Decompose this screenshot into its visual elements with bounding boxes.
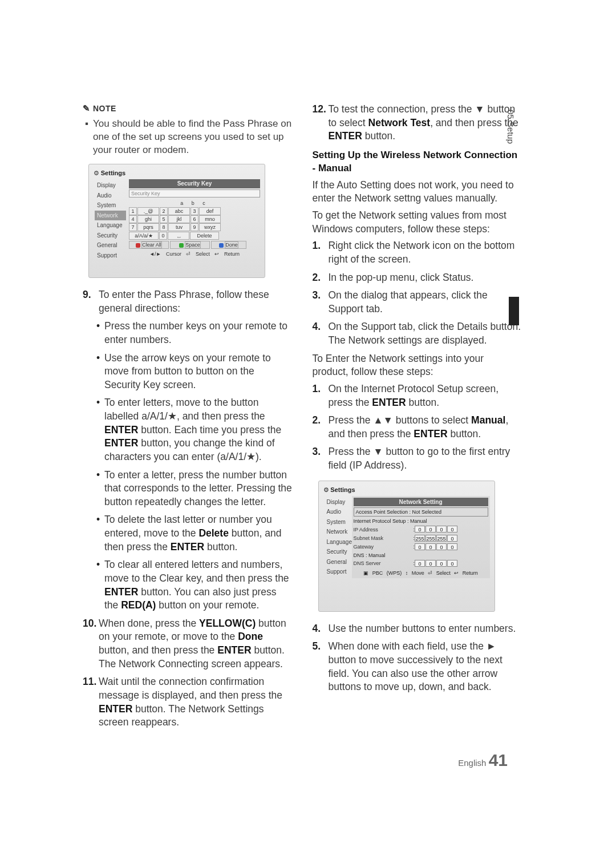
screenshot2-footer: ▣ PBC (WPS) ↕ Move ⏎ Select ↩ Return xyxy=(354,570,488,576)
manual-para-2: To get the Network setting values from m… xyxy=(313,209,522,236)
settings-title: Settings xyxy=(101,170,125,176)
note-label: NOTE xyxy=(93,104,116,113)
manual-step-2: 2.In the pop-up menu, click Status. xyxy=(313,271,522,285)
sidebar-network-active: Network xyxy=(95,211,126,221)
bullet-6: • To clear all entered letters and numbe… xyxy=(96,558,293,612)
step-9: 9. To enter the Pass Phrase, follow thes… xyxy=(83,288,293,315)
square-bullet-icon: ▪ xyxy=(85,118,88,131)
step-12: 12. To test the connection, press the ▼ … xyxy=(313,103,522,143)
bullet-2: •Use the arrow keys on your remote to mo… xyxy=(96,352,293,392)
settings-title-2: Settings xyxy=(330,486,355,493)
note-head: ✎ NOTE xyxy=(83,103,293,114)
enter-step-3: 3.Press the ▼ button to go to the first … xyxy=(313,445,522,472)
step-10: 10. When done, press the YELLOW(C) butto… xyxy=(83,617,293,671)
page-footer: English 41 xyxy=(458,749,508,772)
network-setting-title: Network Setting xyxy=(354,498,488,507)
dns-server-row: DNS Server: 0000 xyxy=(354,560,488,567)
thumb-tab-icon xyxy=(509,297,519,325)
footer-language: English xyxy=(458,758,486,768)
manual-step-4: 4.On the Support tab, click the Details … xyxy=(313,320,522,347)
chapter-tab: 05 Setup xyxy=(505,110,516,144)
keypad-row3: 7pqrs 8tuv 9wxyz xyxy=(129,223,260,231)
manual-para-1: If the Auto Setting does not work, you n… xyxy=(313,179,522,205)
security-key-title: Security Key xyxy=(129,179,260,188)
final-step-4: 4.Use the number buttons to enter number… xyxy=(313,622,522,636)
enter-step-1: 1. On the Internet Protocol Setup screen… xyxy=(313,382,522,409)
keypad-row4: a/A/a/★ 0 ⎵ Delete xyxy=(129,232,260,240)
bullet-4: •To enter a letter, press the number but… xyxy=(96,469,293,509)
screenshot-footer: ◄/► Cursor ⏎ Select ↩ Return xyxy=(129,251,260,257)
manual-step-3: 3.On the dialog that appears, click the … xyxy=(313,289,522,316)
manual-step-1: 1.Right click the Network icon on the bo… xyxy=(313,239,522,266)
bullet-3: • To enter letters, move to the button l… xyxy=(96,396,293,463)
step-11: 11. Wait until the connection confirmati… xyxy=(83,675,293,729)
blue-icon xyxy=(219,243,224,248)
pencil-icon: ✎ xyxy=(83,103,91,113)
network-setting-screenshot: ⚙ Settings Display Audio System Network … xyxy=(318,481,495,612)
final-step-5: 5.When done with each field, use the ► b… xyxy=(313,640,522,694)
settings-sidebar-2: Display Audio System Network Language Se… xyxy=(325,497,350,577)
manual-para-3: To Enter the Network settings into your … xyxy=(313,352,522,379)
green-icon xyxy=(179,243,184,248)
dns-row: DNS : Manual xyxy=(354,552,488,559)
enter-step-2: 2. Press the ▲▼ buttons to select Manual… xyxy=(313,414,522,441)
gateway-row: Gateway: 0000 xyxy=(354,543,488,551)
security-key-screenshot: ⚙ Settings Display Audio System Network … xyxy=(88,164,265,278)
ap-selection-row: Access Point Selection : Not Selected xyxy=(354,507,488,517)
gear-icon: ⚙ xyxy=(94,170,99,176)
red-icon xyxy=(136,243,140,248)
security-key-input: Security Key xyxy=(129,189,260,197)
settings-sidebar: Display Audio System Network Language Se… xyxy=(95,180,126,260)
ip-setup-row: Internet Protocol Setup : Manual xyxy=(354,518,488,525)
page-number: 41 xyxy=(489,751,508,769)
note-text: ▪ You should be able to find the Pass Ph… xyxy=(93,118,293,157)
keypad-row1: 1._@ 2abc 3def xyxy=(129,207,260,215)
manual-setup-heading: Setting Up the Wireless Network Connecti… xyxy=(313,149,522,175)
ip-address-row: IP Address: 0000 xyxy=(354,526,488,533)
bullet-5: • To delete the last letter or number yo… xyxy=(96,513,293,554)
keypad-row2: 4ghi 5jkl 6mno xyxy=(129,215,260,223)
gear-icon: ⚙ xyxy=(323,486,329,493)
subnet-mask-row: Subnet Mask: 2552552550 xyxy=(354,535,488,542)
bullet-1: •Press the number keys on your remote to… xyxy=(96,320,293,346)
keypad-actions-row: Clear All Space Done xyxy=(129,241,260,249)
